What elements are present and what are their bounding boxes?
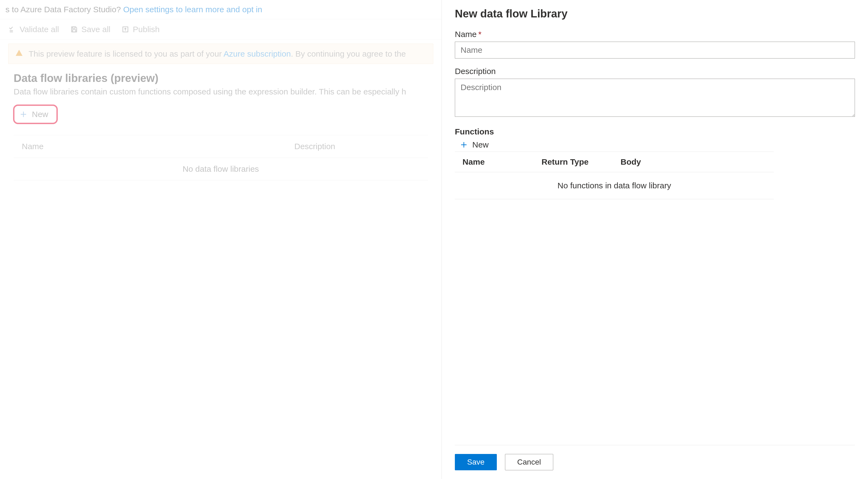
functions-col-name: Name: [463, 157, 541, 167]
save-button[interactable]: Save: [455, 454, 497, 470]
main-content-dimmed: s to Azure Data Factory Studio? Open set…: [0, 0, 441, 479]
libraries-col-name: Name: [22, 142, 294, 151]
new-function-label: New: [472, 140, 489, 149]
new-library-panel: New data flow Library Name * Description…: [441, 0, 868, 479]
description-label: Description: [455, 67, 855, 76]
preview-notice-suffix: . By continuing you agree to the: [291, 49, 406, 58]
functions-empty-message: No functions in data flow library: [455, 172, 774, 199]
name-label-text: Name: [455, 30, 477, 39]
svg-rect-3: [72, 30, 76, 32]
upload-icon: [121, 25, 129, 33]
panel-title: New data flow Library: [455, 8, 855, 20]
new-library-label: New: [32, 110, 48, 119]
new-function-button[interactable]: New: [455, 138, 855, 151]
panel-footer: Save Cancel: [455, 445, 855, 479]
description-input[interactable]: [455, 79, 855, 117]
svg-rect-2: [72, 27, 75, 29]
preview-license-notice: This preview feature is licensed to you …: [8, 43, 433, 64]
functions-section-label: Functions: [455, 127, 855, 136]
functions-table-header: Name Return Type Body: [455, 151, 774, 172]
validate-all-label: Validate all: [20, 25, 59, 34]
required-star: *: [478, 30, 482, 39]
name-input[interactable]: [455, 42, 855, 59]
opt-in-banner-text: s to Azure Data Factory Studio?: [5, 5, 123, 14]
plus-icon: [19, 110, 28, 118]
description-label-text: Description: [455, 67, 496, 76]
publish-button[interactable]: Publish: [121, 25, 159, 34]
warning-icon: [15, 49, 23, 59]
plus-icon: [460, 141, 468, 149]
libraries-col-description: Description: [294, 142, 335, 151]
checkmark-list-icon: [8, 25, 17, 33]
libraries-table: Name Description No data flow libraries: [13, 135, 428, 180]
azure-subscription-link[interactable]: Azure subscription: [223, 49, 291, 58]
page-title: Data flow libraries (preview): [0, 64, 441, 87]
cancel-button[interactable]: Cancel: [505, 454, 553, 470]
svg-rect-4: [123, 27, 128, 32]
libraries-empty-message: No data flow libraries: [13, 158, 428, 180]
opt-in-banner-link[interactable]: Open settings to learn more and opt in: [123, 5, 262, 14]
page-description: Data flow libraries contain custom funct…: [0, 87, 441, 104]
publish-label: Publish: [133, 25, 159, 34]
libraries-table-header: Name Description: [13, 135, 428, 158]
preview-notice-prefix: This preview feature is licensed to you …: [29, 49, 223, 58]
validate-all-button[interactable]: Validate all: [8, 25, 59, 34]
save-all-label: Save all: [82, 25, 111, 34]
save-all-button[interactable]: Save all: [70, 25, 111, 34]
save-icon: [70, 25, 78, 33]
new-library-button[interactable]: New: [13, 104, 58, 124]
functions-col-return-type: Return Type: [541, 157, 621, 167]
opt-in-banner: s to Azure Data Factory Studio? Open set…: [0, 0, 441, 19]
toolbar: Validate all Save all Publish: [0, 19, 441, 40]
functions-col-body: Body: [621, 157, 766, 167]
name-label: Name *: [455, 30, 855, 39]
